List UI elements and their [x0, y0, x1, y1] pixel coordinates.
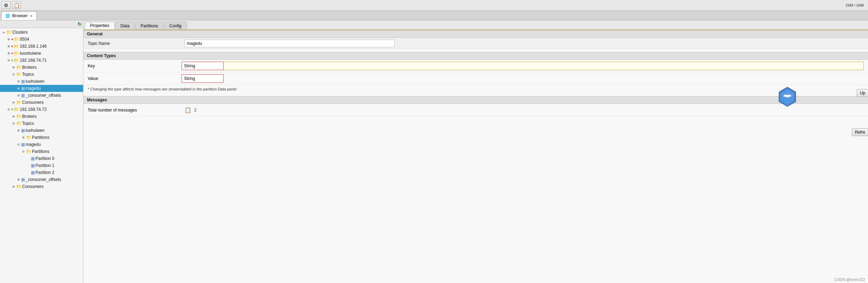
tree-item-partition-0[interactable]: ▦ Partition 0	[0, 155, 83, 162]
tree-label-consumers-1: Consumers	[22, 100, 43, 105]
topic-icon-luohuiwen-1: ▦	[21, 79, 25, 84]
tree-refresh-btn[interactable]: ↻	[77, 21, 82, 27]
key-select-area: String	[182, 62, 864, 70]
folder-icon-brokers-2: 📁	[16, 114, 21, 119]
tree-item-192-168-74-72[interactable]: ⊖ ● 📁 192.168.74.72	[0, 106, 83, 113]
expand-192-168-1-146[interactable]: ⊕	[6, 44, 11, 49]
tree-label-luohuiwen-2: luohuiwen	[26, 128, 45, 133]
tree-item-partitions-2a[interactable]: ⊕ 📁 Partitions	[0, 134, 83, 141]
expand-consumers-1[interactable]: ⊕	[11, 100, 16, 105]
tab-data[interactable]: Data	[115, 22, 135, 29]
tree-item-brokers-2[interactable]: ⊕ 📁 Brokers	[0, 113, 83, 120]
folder-icon-luoohuiwne: 📁	[14, 51, 19, 56]
topic-icon-luohuiwen-2: ▦	[21, 128, 25, 133]
copy-icon[interactable]: 📋	[184, 107, 191, 113]
folder-icon-partitions-2a: 📁	[26, 135, 31, 140]
tab-close-btn[interactable]: ✕	[30, 14, 33, 18]
expand-luohuiwen-2[interactable]: ⊕	[16, 128, 21, 133]
folder-icon-brokers-1: 📁	[16, 65, 21, 70]
expand-192-168-74-71[interactable]: ⊖	[6, 58, 11, 63]
right-panel: Properties Data Partitions Config Genera…	[83, 20, 868, 283]
expand-topics-1[interactable]: ⊖	[11, 72, 16, 77]
expand-luoohuiwne[interactable]: ⊕	[6, 51, 11, 56]
toolbar: ⚙ 📋 26M / 34M	[0, 0, 868, 11]
tree-item-consumers-1[interactable]: ⊕ 📁 Consumers	[0, 99, 83, 106]
browser-tab-label: Browser	[12, 13, 28, 18]
total-messages-label: Total number of messages	[88, 108, 182, 113]
topic-icon-consumer-offsets-1: ▦	[21, 93, 25, 98]
folder-icon-topics-2: 📁	[16, 121, 21, 126]
tree-label-clusters: Clusters	[12, 30, 28, 35]
folder-icon-clusters: 📁	[6, 30, 12, 35]
expand-luohuiwen-1[interactable]: ⊕	[16, 79, 21, 84]
update-button[interactable]: Up	[857, 89, 868, 97]
tree-item-consumers-2[interactable]: ⊕ 📁 Consumers	[0, 183, 83, 190]
tree-item-partitions-2b[interactable]: ⊖ 📁 Partitions	[0, 148, 83, 155]
expand-magedu-1[interactable]: ⊕	[16, 86, 21, 91]
topic-name-label: Topic Name	[83, 41, 182, 46]
expand-consumers-2[interactable]: ⊕	[11, 184, 16, 189]
expand-consumer-offsets-1[interactable]: ⊕	[16, 93, 21, 98]
expand-brokers-1[interactable]: ⊕	[11, 65, 16, 70]
tree-item-partition-2[interactable]: ▦ Partition 2	[0, 169, 83, 176]
expand-magedu-2[interactable]: ⊖	[16, 142, 21, 147]
tree-item-brokers-1[interactable]: ⊕ 📁 Brokers	[0, 64, 83, 71]
expand-clusters[interactable]: ▸	[1, 30, 6, 35]
expand-topics-2[interactable]: ⊖	[11, 121, 16, 126]
tree-item-magedu-1[interactable]: ⊕ ▦ magedu	[0, 85, 83, 92]
tab-data-label: Data	[121, 23, 129, 28]
tab-properties[interactable]: Properties	[85, 22, 115, 29]
tree-item-consumer-offsets-1[interactable]: ⊕ ▦ _consumer_offsets	[0, 92, 83, 99]
browser-tab[interactable]: 🌐 Browser ✕	[1, 12, 36, 20]
tree-item-partition-1[interactable]: ▦ Partition 1	[0, 162, 83, 169]
tree-item-192-168-1-146[interactable]: ⊕ ● 📁 192.168.1.146	[0, 43, 83, 50]
general-section-header: General	[83, 30, 868, 38]
tree-item-topics-2[interactable]: ⊖ 📁 Topics	[0, 120, 83, 127]
expand-partitions-2b[interactable]: ⊖	[21, 149, 26, 154]
tab-partitions[interactable]: Partitions	[135, 22, 163, 29]
tree-item-clusters[interactable]: ▸ 📁 Clusters	[0, 29, 83, 36]
topic-name-row: Topic Name	[83, 38, 868, 49]
folder-icon-consumers-1: 📁	[16, 100, 21, 105]
tree-item-luoohuiwne[interactable]: ⊕ ● 📁 luoohuiwne	[0, 50, 83, 57]
topic-icon-consumer-offsets-2: ▦	[21, 177, 25, 182]
tree-label-luoohuiwne: luoohuiwne	[20, 51, 41, 56]
expand-consumer-offsets-2[interactable]: ⊕	[16, 177, 21, 182]
expand-0504[interactable]: ⊕	[6, 37, 11, 42]
value-select-area: String	[182, 74, 864, 83]
toolbar-btn-1[interactable]: ⚙	[1, 1, 11, 9]
tree-label-192-168-74-72: 192.168.74.72	[20, 107, 47, 112]
tree-item-0504[interactable]: ⊕ ● 📁 0504	[0, 36, 83, 43]
tree-item-consumer-offsets-2[interactable]: ⊕ ▦ _consumer_offsets	[0, 176, 83, 183]
status-dot-0504: ●	[11, 38, 13, 41]
tree-item-192-168-74-71[interactable]: ⊖ ● 📁 192.168.74.71	[0, 57, 83, 64]
expand-192-168-74-72[interactable]: ⊖	[6, 107, 11, 112]
tree-item-luohuiwen-1[interactable]: ⊕ ▦ luohuiwen	[0, 78, 83, 85]
tab-config[interactable]: Config	[164, 22, 187, 29]
content-type-note: * Changing the type affects how messages…	[83, 85, 868, 93]
tab-properties-label: Properties	[90, 23, 109, 28]
status-dot-192-168-1-146: ●	[11, 45, 13, 48]
main-layout: ↻ ▸ 📁 Clusters ⊕ ● 📁 0504 ⊕ ● 📁 192.168.	[0, 20, 868, 283]
tree-label-topics-2: Topics	[22, 121, 34, 126]
tree-item-magedu-2[interactable]: ⊖ ▦ magedu	[0, 141, 83, 148]
tree-label-consumers-2: Consumers	[22, 184, 43, 189]
folder-icon-192-168-74-71: 📁	[14, 58, 19, 63]
status-dot-192-168-74-71: ●	[11, 59, 13, 62]
toolbar-btn-2[interactable]: 📋	[12, 1, 21, 9]
tabbar: 🌐 Browser ✕	[0, 11, 868, 20]
tree-label-partitions-2b: Partitions	[32, 149, 49, 154]
tree-item-luohuiwen-2[interactable]: ⊕ ▦ luohuiwen	[0, 127, 83, 134]
expand-partitions-2a[interactable]: ⊕	[21, 135, 26, 140]
folder-icon-192-168-1-146: 📁	[14, 44, 19, 49]
expand-brokers-2[interactable]: ⊕	[11, 114, 16, 119]
topic-name-input[interactable]	[184, 40, 395, 47]
value-type-select[interactable]: String	[182, 74, 224, 83]
key-type-select[interactable]: String	[182, 62, 224, 70]
tree-item-topics-1[interactable]: ⊖ 📁 Topics	[0, 71, 83, 78]
tree-label-192-168-74-71: 192.168.74.71	[20, 58, 47, 63]
key-label: Key	[88, 63, 182, 68]
csdn-watermark: CSDN @inner222	[834, 277, 865, 282]
folder-icon-partitions-2b: 📁	[26, 149, 31, 154]
refresh-button[interactable]: Refre	[852, 128, 868, 136]
